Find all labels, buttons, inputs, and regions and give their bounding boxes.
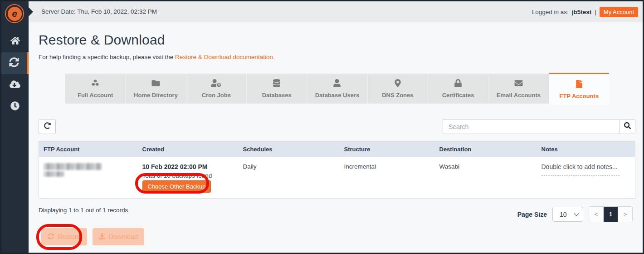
home-icon	[10, 36, 20, 47]
cell-schedules: Daily	[239, 157, 340, 199]
tab-label: DNS Zones	[382, 92, 413, 99]
tab-database-users[interactable]: Database Users	[307, 74, 367, 104]
tab-label: Cron Jobs	[202, 92, 231, 99]
tab-label: Full Account	[78, 92, 113, 99]
tab-label: Email Accounts	[497, 92, 541, 99]
column-header-created: Created	[138, 142, 239, 157]
notes-dashed-underline	[542, 175, 620, 176]
download-icon	[99, 233, 105, 241]
tab-certificates[interactable]: Certificates	[428, 74, 488, 104]
backup-type-tabs: Full Account Home Directory Cron Jobs Da…	[65, 74, 609, 104]
tab-label: Database Users	[315, 92, 360, 99]
separator: |	[595, 9, 596, 15]
cell-structure: Incremental	[340, 157, 435, 199]
tab-full-account[interactable]: Full Account	[65, 74, 126, 104]
download-button[interactable]: Download	[93, 228, 145, 245]
refresh-icon	[44, 122, 51, 131]
search-input[interactable]	[443, 119, 620, 134]
lock-icon	[454, 79, 462, 89]
sidebar-pointer-arrow	[29, 7, 33, 16]
jetbackup-logo-glyph: e	[8, 7, 22, 21]
my-account-button[interactable]: My Account	[600, 7, 638, 17]
blurred-account-name-line2	[44, 171, 64, 177]
column-header-ftp-account: FTP Account	[39, 142, 138, 157]
tab-label: Databases	[262, 92, 292, 99]
cubes-icon	[91, 79, 100, 89]
user-icon	[333, 79, 341, 89]
logged-in-username: jb5test	[572, 9, 592, 15]
cell-ftp-account	[39, 157, 138, 199]
database-icon	[273, 79, 280, 89]
cloud-download-icon	[10, 80, 20, 90]
notes-placeholder[interactable]: Double click to add notes...	[542, 163, 631, 170]
tab-label: Certificates	[442, 92, 474, 99]
column-header-structure: Structure	[340, 142, 435, 157]
next-page-button[interactable]: >	[618, 207, 632, 222]
server-date-label: Server Date: Thu, Feb 10, 2022, 02:32 PM	[41, 1, 157, 22]
page-size-value: 10	[560, 211, 567, 218]
logged-in-label: Logged in as:	[532, 9, 569, 15]
action-buttons: Restore Download	[41, 228, 144, 245]
envelope-icon	[514, 79, 523, 89]
current-page-button[interactable]: 1	[603, 207, 618, 222]
column-header-notes: Notes	[537, 142, 635, 157]
column-header-destination: Destination	[435, 142, 537, 157]
download-label: Download	[109, 233, 138, 240]
jetbackup-restore-download-screen: e Server Date: Thu, Feb 10, 2022, 02:32 …	[0, 0, 644, 254]
page-subtitle: For help finding a specific backup, plea…	[39, 54, 275, 60]
column-header-schedules: Schedules	[239, 142, 340, 157]
folder-icon	[151, 79, 160, 89]
tab-home-directory[interactable]: Home Directory	[126, 74, 186, 104]
page-title: Restore & Download	[39, 32, 165, 48]
prev-page-button[interactable]: <	[589, 207, 603, 222]
tab-databases[interactable]: Databases	[247, 74, 307, 104]
choose-other-backup-button[interactable]: Choose Other Backup	[142, 180, 211, 193]
tab-dns-zones[interactable]: DNS Zones	[368, 74, 428, 104]
search-bar	[443, 119, 635, 134]
documentation-link[interactable]: Restore & Download documentation.	[175, 54, 275, 60]
tab-ftp-accounts[interactable]: FTP Accounts	[549, 73, 609, 105]
sidebar-item-home[interactable]	[1, 30, 29, 52]
top-bar: Server Date: Thu, Feb 10, 2022, 02:32 PM…	[29, 1, 643, 22]
sidebar-item-restore-download[interactable]	[1, 52, 29, 74]
file-icon	[576, 80, 582, 90]
page-size-select[interactable]: 10	[552, 207, 583, 222]
page-size-label: Page Size	[517, 211, 547, 218]
sync-icon	[9, 57, 19, 69]
restore-button[interactable]: Restore	[41, 228, 87, 245]
created-date: 10 Feb 2022 02:00 PM	[142, 163, 234, 170]
tab-label: Home Directory	[134, 92, 178, 99]
pagination-bar: Page Size 10 < 1 >	[517, 206, 633, 222]
backups-table: FTP Account Created Schedules Structure …	[39, 141, 635, 199]
sidebar-item-queue-history[interactable]	[1, 96, 29, 118]
records-summary: Displaying 1 to 1 out of 1 records	[39, 207, 128, 214]
sidebar: e	[1, 1, 29, 253]
restore-sync-icon	[48, 233, 54, 241]
clock-icon	[10, 101, 20, 112]
chevron-down-icon	[574, 211, 579, 216]
map-marker-icon	[395, 79, 401, 89]
subtitle-text: For help finding a specific backup, plea…	[39, 54, 175, 60]
search-icon	[624, 122, 631, 131]
tab-label: FTP Accounts	[559, 93, 599, 100]
pager: < 1 >	[589, 206, 633, 222]
backups-found-text: Total of 16 backups found	[142, 172, 234, 179]
tab-email-accounts[interactable]: Email Accounts	[488, 74, 549, 104]
refresh-button[interactable]	[39, 119, 56, 134]
restore-label: Restore	[58, 233, 81, 240]
search-button[interactable]	[620, 119, 635, 134]
jetbackup-logo[interactable]: e	[5, 4, 24, 23]
cell-created: 10 Feb 2022 02:00 PM Total of 16 backups…	[138, 157, 239, 199]
user-clock-icon	[211, 79, 221, 89]
cell-destination: Wasabi	[435, 157, 537, 199]
blurred-account-name	[44, 163, 102, 170]
tab-cron-jobs[interactable]: Cron Jobs	[186, 74, 247, 104]
sidebar-item-download-center[interactable]	[1, 74, 29, 96]
table-row[interactable]: 10 Feb 2022 02:00 PM Total of 16 backups…	[39, 157, 635, 199]
table-header-row: FTP Account Created Schedules Structure …	[39, 142, 635, 157]
cell-notes[interactable]: Double click to add notes...	[537, 157, 635, 199]
account-area: Logged in as: jb5test | My Account	[532, 1, 638, 22]
